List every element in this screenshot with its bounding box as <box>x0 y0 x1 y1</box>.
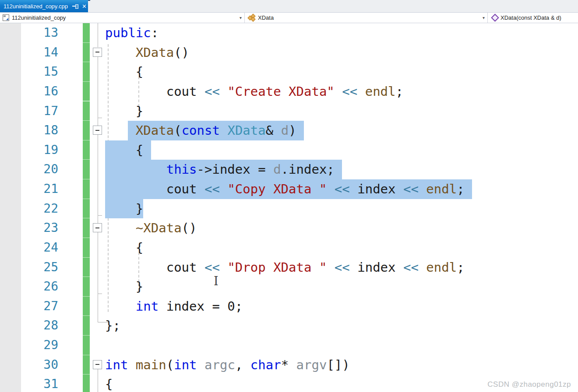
code-text[interactable]: cout << "Drop XData " << index << endl; <box>105 258 578 277</box>
member-dropdown[interactable]: XData(const XData & d) <box>488 13 578 23</box>
code-text[interactable]: public: <box>105 23 578 43</box>
fold-margin <box>61 82 105 102</box>
fold-margin <box>61 199 105 219</box>
code-segment: endl <box>426 260 457 275</box>
chevron-down-icon[interactable]: ▾ <box>240 15 242 20</box>
code-segment: * <box>281 357 296 372</box>
code-text[interactable]: ~XData() <box>105 218 578 238</box>
code-line[interactable]: 27 int index = 0; <box>0 297 578 316</box>
code-text[interactable]: { <box>105 140 578 160</box>
chevron-down-icon[interactable]: ▾ <box>483 15 485 20</box>
code-segment <box>128 357 135 372</box>
code-segment: ; <box>457 260 464 275</box>
selected-code-segment: << <box>403 179 419 199</box>
code-line[interactable]: 14 XData() <box>0 43 578 63</box>
code-line[interactable]: 16 cout << "Create XData" << endl; <box>0 82 578 102</box>
code-text[interactable]: { <box>105 62 578 82</box>
line-number[interactable]: 15 <box>0 62 61 82</box>
fold-margin <box>61 102 105 121</box>
code-text[interactable]: } <box>105 277 578 297</box>
code-text[interactable]: this->index = d.index; <box>105 160 578 179</box>
selected-code-segment <box>105 160 166 179</box>
line-number[interactable]: 31 <box>0 374 61 392</box>
code-segment: { <box>105 377 113 392</box>
selected-code-segment: const <box>182 121 220 140</box>
code-line[interactable]: 28}; <box>0 316 578 336</box>
code-line[interactable]: 13public: <box>0 23 578 43</box>
line-number[interactable]: 28 <box>0 316 61 336</box>
code-segment: "Create XData" <box>227 84 334 99</box>
code-text[interactable]: int index = 0; <box>105 297 578 316</box>
method-icon <box>491 14 499 21</box>
line-number[interactable]: 23 <box>0 218 61 238</box>
code-segment: main <box>136 357 166 372</box>
selected-code-segment: XData <box>136 121 174 140</box>
line-number[interactable]: 26 <box>0 277 61 297</box>
code-text[interactable]: } <box>105 199 578 219</box>
fold-margin <box>61 238 105 258</box>
line-number[interactable]: 18 <box>0 121 61 140</box>
code-line[interactable]: 26 } <box>0 277 578 297</box>
collapse-toggle-icon[interactable] <box>93 360 102 369</box>
code-line[interactable]: 15 { <box>0 62 578 82</box>
selected-code-segment: ->index = <box>197 160 274 179</box>
line-number[interactable]: 21 <box>0 179 61 199</box>
line-number[interactable]: 16 <box>0 82 61 102</box>
fold-margin <box>61 336 105 355</box>
code-text[interactable]: cout << "Copy XData " << index << endl; <box>105 179 578 199</box>
pin-icon[interactable] <box>72 4 78 9</box>
line-number[interactable]: 30 <box>0 355 61 375</box>
line-number[interactable]: 24 <box>0 238 61 258</box>
code-segment: { <box>105 64 143 79</box>
code-segment: << <box>204 260 220 275</box>
selected-code-segment: ) <box>289 121 296 140</box>
code-segment: index <box>350 260 403 275</box>
code-line[interactable]: 29 <box>0 336 578 355</box>
line-number[interactable]: 27 <box>0 297 61 316</box>
close-icon[interactable]: ✕ <box>82 4 87 9</box>
code-line[interactable]: 23 ~XData() <box>0 218 578 238</box>
code-line[interactable]: 30int main(int argc, char* argv[]) <box>0 355 578 375</box>
line-number[interactable]: 19 <box>0 140 61 160</box>
code-text[interactable]: { <box>105 238 578 258</box>
code-line[interactable]: 22 } <box>0 199 578 219</box>
code-text[interactable]: XData(const XData& d) <box>105 121 578 140</box>
code-line[interactable]: 24 { <box>0 238 578 258</box>
collapse-toggle-icon[interactable] <box>93 223 102 232</box>
project-scope-dropdown[interactable]: 112uninitialized_copy ▾ <box>0 13 245 23</box>
code-editor[interactable]: 13public:14 XData()15 {16 cout << "Creat… <box>0 23 578 392</box>
code-line[interactable]: 18 XData(const XData& d) <box>0 121 578 140</box>
code-line[interactable]: 19 { <box>0 140 578 160</box>
code-text[interactable] <box>105 336 578 355</box>
code-line[interactable]: 25 cout << "Drop XData " << index << end… <box>0 258 578 277</box>
line-number[interactable]: 22 <box>0 199 61 219</box>
code-line[interactable]: 20 this->index = d.index; <box>0 160 578 179</box>
code-text[interactable]: int main(int argc, char* argv[]) <box>105 355 578 375</box>
code-segment: int <box>136 299 159 314</box>
line-number[interactable]: 17 <box>0 102 61 121</box>
line-number[interactable]: 25 <box>0 258 61 277</box>
fold-margin <box>61 297 105 316</box>
fold-margin <box>61 179 105 199</box>
selected-code-segment: & <box>266 121 281 140</box>
line-number[interactable]: 29 <box>0 336 61 355</box>
collapse-toggle-icon[interactable] <box>93 126 102 135</box>
line-number[interactable]: 14 <box>0 43 61 63</box>
line-number[interactable]: 20 <box>0 160 61 179</box>
code-text[interactable]: cout << "Create XData" << endl; <box>105 82 578 102</box>
fold-margin <box>61 277 105 297</box>
code-segment: argv <box>296 357 327 372</box>
tab-112uninitialized-copy[interactable]: 112uninitialized_copy.cpp ✕ <box>0 0 88 12</box>
code-line[interactable]: 21 cout << "Copy XData " << index << end… <box>0 179 578 199</box>
fold-margin <box>61 160 105 179</box>
code-text[interactable]: XData() <box>105 43 578 63</box>
document-tab-bar: 112uninitialized_copy.cpp ✕ <box>0 0 578 12</box>
code-text[interactable]: }; <box>105 316 578 336</box>
type-dropdown[interactable]: XData ▾ <box>245 13 488 23</box>
code-line[interactable]: 17 } <box>0 102 578 121</box>
code-text[interactable]: } <box>105 102 578 121</box>
collapse-toggle-icon[interactable] <box>93 48 102 57</box>
line-number[interactable]: 13 <box>0 23 61 43</box>
code-segment: << <box>342 84 357 99</box>
code-segment: ~XData <box>136 220 182 235</box>
